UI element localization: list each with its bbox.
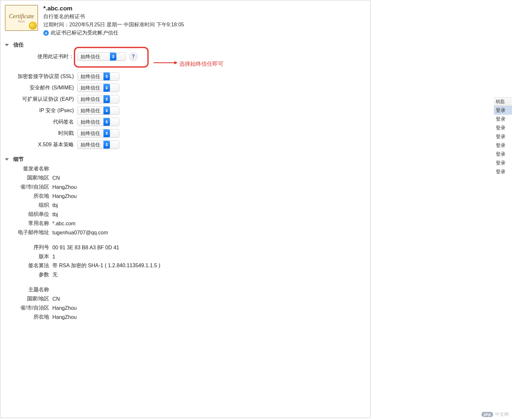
detail-value: 00 91 3E 83 B8 A3 BF 0D 41 <box>52 238 370 251</box>
certificate-header: Certificate Root *.abc.com 自行签名的根证书 过期时间… <box>0 0 370 38</box>
keychain-sidebar: 钥匙 登录 登录 登录 登录 登录 登录 登录 登录 <box>494 0 512 420</box>
keychain-column-header[interactable]: 钥匙 <box>494 98 512 106</box>
trust-section-title: 信任 <box>13 42 24 48</box>
keychain-row[interactable]: 登录 <box>494 124 512 132</box>
trust-row-select-timestamp[interactable]: 始终信任 <box>77 129 119 138</box>
detail-value: 带 RSA 加密的 SHA-1 ( 1.2.840.113549.1.1.5 ) <box>52 262 370 269</box>
plus-badge-icon: + <box>43 30 49 36</box>
detail-value: tugenhua0707@qq.com <box>52 229 370 236</box>
help-button[interactable]: ? <box>129 52 138 61</box>
detail-value: tbj <box>52 202 370 209</box>
trust-row-label: 加密套接字协议层 (SSL) <box>0 73 77 80</box>
detail-label: 所在地 <box>0 193 52 200</box>
select-arrows-icon <box>103 129 110 137</box>
watermark: php 中文网 <box>481 412 509 417</box>
trust-section-toggle[interactable]: 信任 <box>0 38 370 50</box>
trust-row-select-eap[interactable]: 始终信任 <box>77 95 119 103</box>
trust-row-label: IP 安全 (IPsec) <box>0 107 77 114</box>
trust-status-text: 此证书已标记为受此帐户信任 <box>51 30 118 36</box>
certificate-icon: Certificate Root <box>5 5 38 31</box>
use-cert-select-value: 始终信任 <box>77 54 110 60</box>
detail-value: 1 <box>52 253 370 260</box>
detail-value: HangZhou <box>52 314 370 321</box>
use-cert-label: 使用此证书时： <box>0 53 77 60</box>
detail-value: HangZhou <box>52 193 370 200</box>
disclosure-triangle-icon <box>5 158 9 161</box>
watermark-text: 中文网 <box>495 412 509 417</box>
select-arrows-icon <box>103 107 110 114</box>
detail-label: 组织 <box>0 202 52 209</box>
keychain-row[interactable]: 登录 <box>494 115 512 124</box>
detail-label: 所在地 <box>0 314 52 321</box>
detail-label: 电子邮件地址 <box>0 229 52 236</box>
keychain-row[interactable]: 登录 <box>494 159 512 167</box>
watermark-badge: php <box>481 412 493 417</box>
trust-row-select-x509[interactable]: 始终信任 <box>77 140 119 149</box>
select-arrows-icon <box>103 141 110 149</box>
detail-value: tbj <box>52 211 370 218</box>
details-section-title: 细节 <box>13 156 24 163</box>
trust-row-label: X.509 基本策略 <box>0 141 77 148</box>
subject-heading: 主题名称 <box>0 281 52 293</box>
detail-label: 序列号 <box>0 238 52 251</box>
trust-status-line: + 此证书已标记为受此帐户信任 <box>43 30 367 36</box>
detail-label: 参数 <box>0 271 52 278</box>
certificate-expiry: 过期时间：2020年5月25日 星期一 中国标准时间 下午9:18:05 <box>43 21 367 28</box>
detail-label: 组织单位 <box>0 211 52 218</box>
detail-value: HangZhou <box>52 305 370 311</box>
detail-value: *.abc.com <box>52 220 370 227</box>
seal-icon <box>29 22 37 30</box>
detail-label: 省/市/自治区 <box>0 305 52 311</box>
certificate-icon-title: Certificate <box>9 13 34 20</box>
keychain-row[interactable]: 登录 <box>494 132 512 141</box>
detail-label: 国家/地区 <box>0 175 52 181</box>
certificate-subtitle: 自行签名的根证书 <box>43 13 367 20</box>
details-grid: 签发者名称 国家/地区 CN 省/市/自治区 HangZhou 所在地 Hang… <box>0 164 370 322</box>
trust-row-select-smime[interactable]: 始终信任 <box>77 84 119 92</box>
trust-row-label: 时间戳 <box>0 130 77 137</box>
detail-value: 无 <box>52 271 370 278</box>
select-arrows-icon <box>103 118 110 126</box>
detail-value: HangZhou <box>52 184 370 190</box>
select-arrows-icon <box>103 95 110 103</box>
issuer-heading: 签发者名称 <box>0 165 52 172</box>
disclosure-triangle-icon <box>5 44 9 46</box>
detail-label: 常用名称 <box>0 220 52 227</box>
trust-row-select-ipsec[interactable]: 始终信任 <box>77 106 119 115</box>
detail-value: CN <box>52 295 370 302</box>
keychain-row[interactable]: 登录 <box>494 141 512 150</box>
annotation-text: 选择始终信任即可 <box>179 60 223 68</box>
certificate-detail-pane: Certificate Root *.abc.com 自行签名的根证书 过期时间… <box>0 0 371 418</box>
trust-row-label: 安全邮件 (S/MIME) <box>0 85 77 91</box>
certificate-name: *.abc.com <box>43 5 367 12</box>
certificate-icon-sub: Root <box>18 19 25 23</box>
trust-row-select-ssl[interactable]: 始终信任 <box>77 72 119 81</box>
detail-value: CN <box>52 175 370 181</box>
select-arrows-icon <box>103 84 110 92</box>
use-cert-select[interactable]: 始终信任 <box>77 52 126 61</box>
detail-label: 国家/地区 <box>0 295 52 302</box>
keychain-row[interactable]: 登录 <box>494 150 512 159</box>
keychain-row[interactable]: 登录 <box>494 106 512 115</box>
trust-row-label: 代码签名 <box>0 119 77 125</box>
trust-row-label: 可扩展认证协议 (EAP) <box>0 96 77 103</box>
trust-row-select-codesign[interactable]: 始终信任 <box>77 118 119 126</box>
details-section-toggle[interactable]: 细节 <box>0 152 370 164</box>
detail-label: 签名算法 <box>0 262 52 269</box>
detail-label: 版本 <box>0 253 52 260</box>
keychain-row[interactable]: 登录 <box>494 167 512 176</box>
select-arrows-icon <box>110 53 116 60</box>
select-arrows-icon <box>103 72 110 80</box>
detail-label: 省/市/自治区 <box>0 184 52 190</box>
